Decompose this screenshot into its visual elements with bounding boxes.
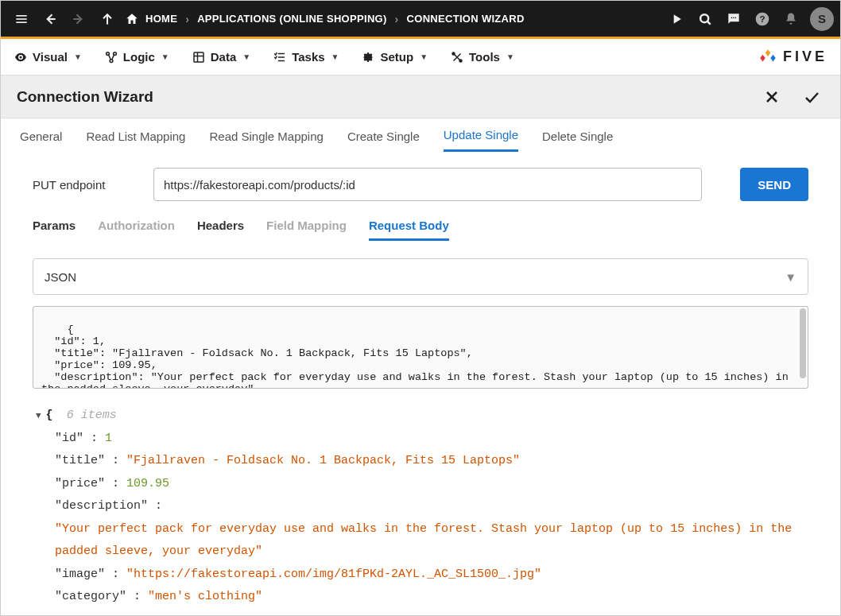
endpoint-label: PUT endpoint xyxy=(33,178,134,192)
svg-point-10 xyxy=(733,17,734,18)
menu-data-label: Data xyxy=(211,50,237,64)
help-icon[interactable]: ? xyxy=(748,5,777,33)
chevron-down-icon: ▼ xyxy=(785,270,796,284)
svg-marker-6 xyxy=(674,14,681,24)
logic-icon xyxy=(104,50,118,64)
subtab-request-body[interactable]: Request Body xyxy=(369,212,449,241)
menu-icon[interactable] xyxy=(7,5,36,33)
grid-icon xyxy=(192,50,206,64)
menu-visual[interactable]: Visual▼ xyxy=(14,50,82,64)
json-val-price: 109.95 xyxy=(126,477,169,490)
tab-update-single[interactable]: Update Single xyxy=(444,120,518,152)
json-val-description: "Your perfect pack for everyday use and … xyxy=(55,522,792,559)
eye-icon xyxy=(14,50,28,64)
json-val-title: "Fjallraven - Foldsack No. 1 Backpack, F… xyxy=(126,454,520,467)
svg-point-16 xyxy=(113,52,116,55)
tab-create-single[interactable]: Create Single xyxy=(347,122,420,151)
raw-body-textarea[interactable]: { "id": 1, "title": "Fjallraven - Foldsa… xyxy=(33,306,808,389)
close-button[interactable] xyxy=(759,84,785,110)
collapse-icon[interactable]: ▼ xyxy=(36,408,41,424)
json-tree: ▼ { 6 items "id" : 1 "title" : "Fjallrav… xyxy=(33,405,808,609)
tools-icon xyxy=(450,50,464,64)
json-key-description: "description" : xyxy=(55,499,162,513)
subtab-field-mapping[interactable]: Field Mapping xyxy=(266,212,347,241)
play-icon[interactable] xyxy=(662,5,691,33)
tab-read-single[interactable]: Read Single Mapping xyxy=(209,122,323,151)
chevron-right-icon: › xyxy=(390,13,404,25)
json-val-id: 1 xyxy=(105,432,112,445)
menu-logic-label: Logic xyxy=(123,50,155,64)
svg-point-24 xyxy=(452,52,455,55)
menu-setup[interactable]: Setup▼ xyxy=(361,50,428,64)
svg-point-14 xyxy=(20,56,22,58)
chevron-right-icon: › xyxy=(180,13,194,25)
menu-setup-label: Setup xyxy=(380,50,413,64)
avatar[interactable]: S xyxy=(810,7,834,31)
json-key-price: "price" : xyxy=(55,477,119,490)
gear-icon xyxy=(361,50,375,64)
breadcrumb-home[interactable]: HOME xyxy=(145,13,177,25)
raw-body-text: { "id": 1, "title": "Fjallraven - Foldsa… xyxy=(41,323,795,389)
panel-title: Connection Wizard xyxy=(17,88,153,106)
json-val-image: "https://fakestoreapi.com/img/81fPKd-2AY… xyxy=(126,568,541,581)
menu-data[interactable]: Data▼ xyxy=(192,50,250,64)
send-button[interactable]: SEND xyxy=(740,168,808,201)
menu-logic[interactable]: Logic▼ xyxy=(104,50,169,64)
chat-icon[interactable] xyxy=(719,5,748,33)
menu-tasks[interactable]: Tasks▼ xyxy=(273,50,339,64)
json-key-title: "title" : xyxy=(55,454,119,467)
confirm-button[interactable] xyxy=(799,84,824,110)
brand: FIVE xyxy=(758,47,827,68)
brand-text: FIVE xyxy=(783,48,827,65)
body-type-value: JSON xyxy=(45,270,76,284)
search-icon[interactable] xyxy=(691,5,719,33)
tab-read-list[interactable]: Read List Mapping xyxy=(86,122,185,151)
scrollbar[interactable] xyxy=(800,308,806,378)
tab-delete-single[interactable]: Delete Single xyxy=(542,122,613,151)
svg-text:?: ? xyxy=(759,14,765,24)
up-icon[interactable] xyxy=(93,5,122,33)
subtab-headers[interactable]: Headers xyxy=(197,212,244,241)
menu-tools[interactable]: Tools▼ xyxy=(450,50,514,64)
back-icon[interactable] xyxy=(36,5,64,33)
menu-tools-label: Tools xyxy=(469,50,500,64)
body-type-select[interactable]: JSON ▼ xyxy=(33,258,808,295)
endpoint-input[interactable] xyxy=(153,168,702,201)
subtab-params[interactable]: Params xyxy=(33,212,76,241)
breadcrumb-wizard[interactable]: CONNECTION WIZARD xyxy=(407,13,525,25)
json-val-category: "men's clothing" xyxy=(148,590,262,603)
svg-point-25 xyxy=(459,60,462,62)
open-brace: { xyxy=(46,405,53,428)
svg-point-15 xyxy=(106,52,109,55)
tab-general[interactable]: General xyxy=(20,122,62,151)
json-key-id: "id" : xyxy=(55,432,98,445)
bell-icon[interactable] xyxy=(777,5,805,33)
breadcrumb-apps[interactable]: APPLICATIONS (ONLINE SHOPPING) xyxy=(197,13,386,25)
checklist-icon xyxy=(273,50,287,64)
json-key-image: "image" : xyxy=(55,568,119,581)
svg-point-7 xyxy=(700,14,708,22)
menu-visual-label: Visual xyxy=(33,50,68,64)
subtab-authorization[interactable]: Authorization xyxy=(98,212,175,241)
brand-logo-icon xyxy=(758,47,778,68)
breadcrumb: HOME › APPLICATIONS (ONLINE SHOPPING) › … xyxy=(125,12,525,26)
json-key-category: "category" : xyxy=(55,590,141,603)
svg-line-8 xyxy=(707,21,711,24)
menu-tasks-label: Tasks xyxy=(292,50,324,64)
item-count: 6 items xyxy=(67,405,117,428)
forward-icon xyxy=(64,5,93,33)
svg-point-11 xyxy=(735,17,737,18)
home-icon xyxy=(125,12,139,26)
svg-rect-18 xyxy=(194,52,203,62)
svg-point-9 xyxy=(731,17,733,18)
